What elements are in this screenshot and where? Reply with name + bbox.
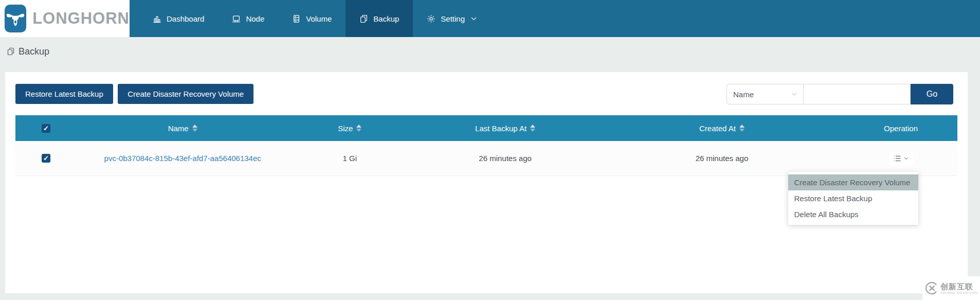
breadcrumb: Backup [7,45,980,58]
header-checkbox-cell [15,124,77,133]
operation-menu-button[interactable] [889,152,913,165]
restore-latest-backup-button[interactable]: Restore Latest Backup [15,84,113,104]
page-title: Backup [19,46,49,57]
nav-item-node[interactable]: Node [218,0,278,37]
operation-dropdown-wrap: Create Disaster Recovery Volume Restore … [889,152,913,165]
row-name-cell: pvc-0b37084c-815b-43ef-afd7-aa56406134ec [77,154,288,163]
backup-icon [7,47,15,56]
search-input[interactable] [804,84,911,104]
watermark-logo-icon [925,281,938,295]
toolbar-left: Restore Latest Backup Create Disaster Re… [15,84,256,104]
longhorn-bull-icon [5,5,26,32]
sort-icon[interactable] [192,125,197,132]
chevron-down-icon [471,17,477,21]
watermark-subtitle: CHUANG XIN HU LIAN [940,291,977,294]
sort-icon[interactable] [356,125,361,132]
column-header-operation: Operation [844,124,957,133]
watermark-text: 创新互联 CHUANG XIN HU LIAN [940,283,977,294]
operation-dropdown-menu: Create Disaster Recovery Volume Restore … [788,172,918,225]
nav-item-backup[interactable]: Backup [346,0,413,37]
table-header-row: Name Size Last Backup At Created At Oper… [15,115,957,141]
column-header-created-at[interactable]: Created At [600,124,844,133]
column-header-name[interactable]: Name [77,124,288,133]
nav-item-label: Volume [306,14,332,23]
volume-icon [292,14,301,23]
bull-head-icon [5,8,26,29]
chevron-down-icon [904,157,909,160]
row-checkbox[interactable] [42,154,50,163]
sort-icon[interactable] [739,125,745,132]
column-header-last-backup-at[interactable]: Last Backup At [411,124,599,133]
nav-items: Dashboard Node Volume [139,0,491,37]
nav-item-label: Dashboard [167,14,204,23]
sort-icon[interactable] [530,125,535,132]
create-disaster-recovery-volume-button[interactable]: Create Disaster Recovery Volume [118,84,253,104]
list-icon [894,155,901,162]
row-checkbox-cell [15,154,77,163]
toolbar: Restore Latest Backup Create Disaster Re… [15,84,957,104]
nav-item-label: Setting [441,14,465,23]
nav-item-label: Node [246,14,264,23]
brand-name: LONGHORN [32,9,130,28]
nav-item-dashboard[interactable]: Dashboard [139,0,218,37]
node-icon [232,14,241,23]
go-button[interactable]: Go [911,84,953,104]
search-field-selected: Name [733,90,754,99]
search-field-select[interactable]: Name [727,84,804,104]
backup-name-link[interactable]: pvc-0b37084c-815b-43ef-afd7-aa56406134ec [104,154,261,163]
menu-item-delete-all-backups[interactable]: Delete All Backups [788,206,918,222]
row-operation-cell: Create Disaster Recovery Volume Restore … [844,152,957,165]
column-header-size[interactable]: Size [288,124,411,133]
dashboard-icon [153,14,161,23]
chevron-down-icon [792,93,797,96]
nav-item-volume[interactable]: Volume [278,0,346,37]
backup-table: Name Size Last Backup At Created At Oper… [15,115,957,176]
row-created-cell: 26 minutes ago [600,154,844,163]
row-size-cell: 1 Gi [288,154,411,163]
nav-item-setting[interactable]: Setting [413,0,491,37]
search-group: Name Go [727,84,953,104]
brand-logo-area[interactable]: LONGHORN [0,0,130,37]
top-navbar: LONGHORN Dashboard Node [0,0,980,37]
menu-item-restore-latest-backup[interactable]: Restore Latest Backup [788,190,918,206]
nav-item-label: Backup [373,14,399,23]
backup-content-card: Restore Latest Backup Create Disaster Re… [5,72,968,293]
row-last-backup-cell: 26 minutes ago [411,154,599,163]
table-row: pvc-0b37084c-815b-43ef-afd7-aa56406134ec… [15,141,957,176]
gear-icon [427,14,435,23]
select-all-checkbox[interactable] [42,124,50,133]
watermark: 创新互联 CHUANG XIN HU LIAN [922,276,980,300]
watermark-title: 创新互联 [940,283,977,290]
menu-item-create-disaster-recovery-volume[interactable]: Create Disaster Recovery Volume [788,174,918,190]
backup-icon [359,14,368,23]
